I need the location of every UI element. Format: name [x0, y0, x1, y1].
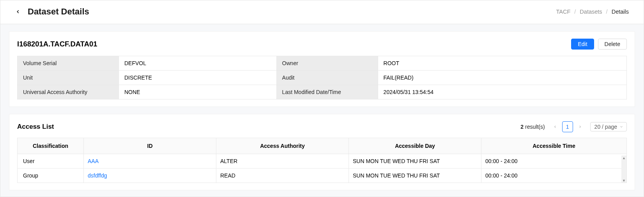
label-unit: Unit	[18, 71, 119, 85]
page-title: Dataset Details	[28, 7, 89, 17]
back-icon[interactable]	[15, 9, 21, 14]
col-day: Accessible Day	[349, 138, 481, 154]
breadcrumb-current: Details	[612, 9, 629, 15]
pager-prev-icon[interactable]	[550, 122, 560, 131]
table-row: User AAA ALTER SUN MON TUE WED THU FRI S…	[18, 154, 627, 169]
breadcrumb-sep: /	[574, 9, 576, 15]
cell-day: SUN MON TUE WED THU FRI SAT	[349, 154, 481, 169]
label-audit: Audit	[276, 71, 378, 85]
dataset-name: I168201A.TACF.DATA01	[17, 40, 97, 48]
page-size-label: 20 / page	[594, 124, 617, 130]
dataset-panel: I168201A.TACF.DATA01 Edit Delete Volume …	[9, 31, 635, 107]
breadcrumb: TACF / Datasets / Details	[556, 9, 629, 15]
delete-button[interactable]: Delete	[598, 39, 627, 50]
cell-id-link[interactable]: dsfdffdg	[88, 172, 107, 179]
access-controls: 2 result(s) 1 20 / page	[520, 121, 627, 132]
value-modified: 2024/05/31 13:54:54	[378, 85, 626, 99]
cell-id-link[interactable]: AAA	[88, 158, 99, 164]
label-modified: Last Modified Date/Time	[276, 85, 378, 99]
result-count: 2 result(s)	[520, 124, 545, 130]
value-audit: FAIL(READ)	[378, 71, 626, 85]
cell-time: 00:00 - 24:00	[481, 169, 627, 183]
scrollbar[interactable]: ▲ ▼	[621, 156, 627, 183]
result-suffix: result(s)	[525, 124, 545, 130]
page-header: Dataset Details TACF / Datasets / Detail…	[0, 0, 644, 24]
page-size-select[interactable]: 20 / page	[590, 122, 627, 131]
access-table-header-row: Classification ID Access Authority Acces…	[18, 138, 627, 154]
access-table: Classification ID Access Authority Acces…	[17, 138, 627, 183]
breadcrumb-root[interactable]: TACF	[556, 9, 570, 15]
value-unit: DISCRETE	[119, 71, 277, 85]
dataset-header: I168201A.TACF.DATA01 Edit Delete	[9, 39, 635, 56]
dataset-details-table: Volume Serial DEFVOL Owner ROOT Unit DIS…	[17, 56, 627, 99]
col-classification: Classification	[18, 138, 84, 154]
cell-classification: Group	[18, 169, 84, 183]
col-id: ID	[84, 138, 216, 154]
edit-button[interactable]: Edit	[571, 39, 594, 50]
label-volume-serial: Volume Serial	[18, 56, 119, 71]
access-header: Access List 2 result(s) 1 20 / page	[9, 121, 635, 138]
label-owner: Owner	[276, 56, 378, 71]
cell-day: SUN MON TUE WED THU FRI SAT	[349, 169, 481, 183]
pager-next-icon[interactable]	[575, 122, 585, 131]
scroll-down-icon: ▼	[622, 179, 626, 183]
access-panel: Access List 2 result(s) 1 20 / page	[9, 114, 635, 190]
header-left: Dataset Details	[15, 7, 89, 17]
pager-page-1[interactable]: 1	[562, 121, 573, 132]
cell-authority: ALTER	[216, 154, 349, 169]
cell-authority: READ	[216, 169, 349, 183]
chevron-down-icon	[619, 125, 623, 129]
breadcrumb-parent[interactable]: Datasets	[580, 9, 602, 15]
col-time: Accessible Time	[481, 138, 627, 154]
scroll-up-icon: ▲	[622, 156, 626, 160]
table-row: Group dsfdffdg READ SUN MON TUE WED THU …	[18, 169, 627, 183]
result-number: 2	[520, 124, 524, 130]
dataset-actions: Edit Delete	[571, 39, 627, 50]
pager: 1	[550, 121, 585, 132]
breadcrumb-sep: /	[606, 9, 608, 15]
value-uacc: NONE	[119, 85, 277, 99]
col-authority: Access Authority	[216, 138, 349, 154]
cell-time: 00:00 - 24:00	[481, 154, 627, 169]
access-title: Access List	[17, 123, 54, 131]
value-owner: ROOT	[378, 56, 626, 71]
label-uacc: Universal Access Authority	[18, 85, 119, 99]
value-volume-serial: DEFVOL	[119, 56, 277, 71]
access-table-wrap: Classification ID Access Authority Acces…	[9, 138, 635, 183]
cell-classification: User	[18, 154, 84, 169]
